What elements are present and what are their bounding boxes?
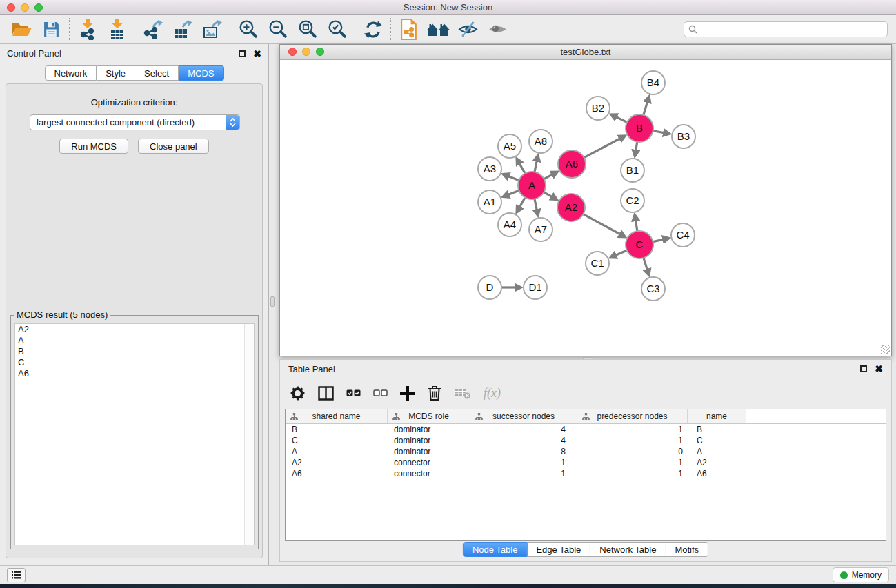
graph-edge-B-B1[interactable]: [635, 141, 637, 156]
graph-node-A2[interactable]: A2: [557, 194, 585, 221]
graph-edge-A-A7[interactable]: [535, 199, 538, 216]
graph-edge-A6-B[interactable]: [584, 136, 625, 158]
graph-node-B4[interactable]: B4: [641, 71, 665, 94]
table-row[interactable]: A2connector11A2: [286, 457, 886, 468]
show-networks-icon[interactable]: [424, 17, 453, 43]
hide-details-icon[interactable]: [453, 17, 483, 43]
graph-edge-C-C1[interactable]: [610, 250, 627, 258]
network-canvas[interactable]: AA1A2A3A4A5A6A7A8BB1B2B3B4CC1C2C3C4DD1: [281, 61, 890, 355]
task-history-button[interactable]: [7, 568, 26, 582]
tab-motifs[interactable]: Motifs: [666, 542, 708, 557]
import-table-icon[interactable]: [102, 17, 132, 43]
graph-node-A5[interactable]: A5: [498, 134, 521, 158]
add-icon[interactable]: [400, 386, 415, 401]
graph-edge-B-B4[interactable]: [644, 97, 649, 116]
graph-node-B[interactable]: B: [626, 114, 653, 142]
resize-grip[interactable]: [881, 345, 890, 354]
column-header-predecessor-nodes[interactable]: predecessor nodes: [577, 409, 688, 423]
import-network-icon[interactable]: [72, 17, 102, 43]
graph-edge-C-C3[interactable]: [644, 257, 649, 275]
graph-node-B3[interactable]: B3: [672, 125, 695, 148]
refresh-icon[interactable]: [358, 17, 388, 43]
mcds-result-item[interactable]: C: [15, 357, 254, 368]
mcds-result-item[interactable]: B: [15, 346, 254, 357]
zoom-in-icon[interactable]: [233, 17, 263, 43]
delete-table-icon[interactable]: [455, 387, 471, 400]
graph-edge-A-A2[interactable]: [544, 192, 557, 199]
maximize-window-button[interactable]: [34, 3, 43, 12]
float-table-panel-icon[interactable]: [860, 365, 867, 372]
export-image-icon[interactable]: [197, 17, 227, 43]
column-header-MCDS-role[interactable]: MCDS role: [388, 409, 470, 423]
graph-node-A8[interactable]: A8: [529, 130, 552, 153]
deselect-all-icon[interactable]: [373, 389, 388, 396]
graph-node-C1[interactable]: C1: [586, 252, 609, 275]
function-builder-icon[interactable]: f(x): [484, 386, 501, 401]
zoom-out-icon[interactable]: [263, 17, 292, 43]
maximize-network-button[interactable]: [316, 48, 324, 56]
graph-node-C4[interactable]: C4: [671, 223, 695, 247]
show-details-icon[interactable]: [483, 17, 512, 43]
export-table-icon[interactable]: [168, 17, 197, 43]
close-table-panel-icon[interactable]: ✖: [875, 365, 883, 372]
graph-edge-A-A3[interactable]: [504, 174, 520, 181]
minimize-network-button[interactable]: [302, 48, 310, 56]
zoom-selected-icon[interactable]: [322, 17, 352, 43]
zoom-fit-icon[interactable]: [292, 17, 322, 43]
select-all-icon[interactable]: [346, 389, 361, 396]
graph-node-C3[interactable]: C3: [641, 277, 665, 301]
minimize-window-button[interactable]: [21, 3, 29, 12]
close-panel-icon[interactable]: ✖: [253, 50, 261, 57]
list-scrollbar[interactable]: [244, 324, 254, 545]
graph-edge-B-B2[interactable]: [611, 114, 628, 123]
graph-node-D[interactable]: D: [478, 276, 501, 299]
export-network-icon[interactable]: [138, 17, 168, 43]
graph-edge-C-C2[interactable]: [635, 215, 637, 232]
table-row[interactable]: Adominator80A: [286, 446, 886, 457]
graph-edge-A-A1[interactable]: [504, 190, 520, 196]
graph-node-A7[interactable]: A7: [529, 218, 552, 241]
tab-node-table[interactable]: Node Table: [463, 542, 528, 557]
tab-network-table[interactable]: Network Table: [590, 542, 666, 557]
open-session-icon[interactable]: [394, 17, 424, 43]
tab-select[interactable]: Select: [135, 65, 179, 81]
table-row[interactable]: Cdominator41C: [286, 435, 886, 446]
mcds-result-item[interactable]: A6: [15, 368, 254, 379]
tab-edge-table[interactable]: Edge Table: [527, 542, 590, 557]
tab-mcds[interactable]: MCDS: [179, 65, 223, 81]
graph-node-C2[interactable]: C2: [621, 189, 644, 212]
table-row[interactable]: Bdominator41B: [286, 424, 886, 435]
graph-edge-A-A6[interactable]: [544, 172, 557, 179]
close-window-button[interactable]: [7, 3, 15, 12]
graph-node-A4[interactable]: A4: [498, 213, 521, 236]
mcds-result-list[interactable]: A2ABCA6: [14, 323, 255, 545]
graph-node-C[interactable]: C: [626, 231, 653, 258]
graph-edge-A2-C[interactable]: [583, 214, 625, 236]
criterion-select[interactable]: largest connected component (directed): [30, 114, 240, 130]
tab-network[interactable]: Network: [44, 65, 97, 81]
run-mcds-button[interactable]: Run MCDS: [59, 139, 128, 154]
mcds-result-item[interactable]: A: [15, 335, 254, 346]
graph-edge-A-A5[interactable]: [517, 159, 525, 174]
memory-button[interactable]: Memory: [833, 567, 889, 582]
search-input[interactable]: [700, 23, 883, 35]
vertical-split-handle[interactable]: [270, 296, 275, 307]
column-header-name[interactable]: name: [688, 409, 746, 423]
graph-node-D1[interactable]: D1: [524, 276, 547, 299]
graph-node-A3[interactable]: A3: [478, 157, 501, 181]
float-panel-icon[interactable]: [239, 50, 246, 57]
table-row[interactable]: A6connector11A6: [286, 468, 886, 479]
close-network-button[interactable]: [288, 48, 297, 56]
graph-edge-A-A8[interactable]: [535, 156, 538, 173]
graph-edge-A-A4[interactable]: [517, 197, 525, 212]
graph-node-A1[interactable]: A1: [478, 190, 501, 214]
save-icon[interactable]: [37, 17, 66, 43]
tab-style[interactable]: Style: [97, 65, 135, 81]
graph-edge-C-C4[interactable]: [653, 239, 669, 242]
mcds-result-item[interactable]: A2: [15, 324, 254, 335]
column-header-shared-name[interactable]: shared name: [286, 409, 388, 423]
graph-node-A6[interactable]: A6: [558, 150, 586, 178]
graph-node-A[interactable]: A: [518, 172, 546, 199]
gear-icon[interactable]: [290, 385, 306, 401]
column-header-successor-nodes[interactable]: successor nodes: [470, 409, 577, 423]
